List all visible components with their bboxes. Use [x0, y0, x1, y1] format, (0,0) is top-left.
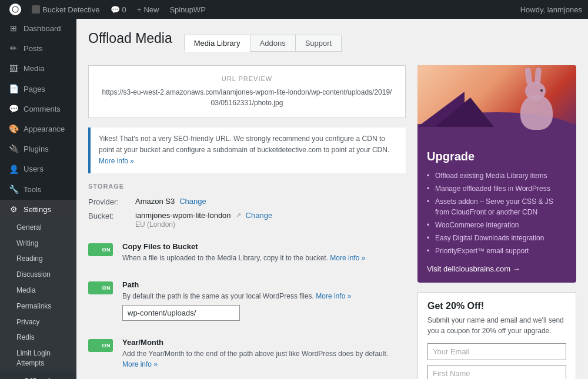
sidebar-item-settings[interactable]: ⚙Settings General Writing Reading Discus… — [0, 200, 76, 371]
pages-icon: 📄 — [8, 84, 19, 95]
appearance-icon: 🎨 — [8, 124, 19, 135]
provider-change-link[interactable]: Change — [179, 197, 206, 206]
upgrade-feature-1: Manage offloaded files in WordPress — [427, 182, 567, 195]
submenu-item-redis[interactable]: Redis — [0, 330, 76, 346]
plugins-icon: 🔌 — [8, 144, 19, 155]
users-icon: 👤 — [8, 164, 19, 175]
sidebar-item-plugins[interactable]: 🔌Plugins — [0, 139, 76, 159]
url-preview-label: URL PREVIEW — [101, 75, 393, 82]
upgrade-box: Upgrade Offload existing Media Library i… — [417, 65, 576, 283]
wp-logo[interactable] — [6, 4, 25, 15]
submenu-item-writing[interactable]: Writing — [0, 236, 76, 251]
sidebar-item-users[interactable]: 👤Users — [0, 159, 76, 179]
coupon-title: Get 20% Off! — [427, 301, 566, 311]
url-preview-box: URL PREVIEW https://s3-eu-west-2.amazona… — [88, 65, 406, 118]
submenu-item-discussion[interactable]: Discussion — [0, 267, 76, 283]
tab-support[interactable]: Support — [295, 35, 342, 52]
media-icon: 🖼 — [8, 63, 19, 74]
warning-text: Yikes! That's not a very SEO-friendly UR… — [99, 135, 389, 154]
provider-value: Amazon S3 — [135, 197, 175, 206]
upgrade-features-list: Offload existing Media Library items Man… — [427, 169, 567, 257]
posts-icon: ✏ — [8, 43, 19, 54]
sidebar-item-media[interactable]: 🖼Media — [0, 59, 76, 79]
year-month-toggle[interactable]: ON — [88, 339, 113, 352]
upgrade-illustration — [417, 65, 576, 142]
howdy-menu[interactable]: Howdy, ianmjones — [520, 5, 582, 14]
sidebar-item-comments[interactable]: 💬Comments — [0, 99, 76, 119]
copy-files-more-link[interactable]: More info » — [330, 254, 365, 262]
settings-icon: ⚙ — [8, 204, 19, 215]
path-title: Path — [122, 280, 406, 289]
page-title: Offload Media — [88, 31, 172, 46]
submenu-item-privacy[interactable]: Privacy — [0, 314, 76, 330]
bucket-region: EU (London) — [135, 220, 272, 229]
tab-addons[interactable]: Addons — [250, 35, 295, 52]
url-preview-url: https://s3-eu-west-2.amazonaws.com/ianmj… — [101, 87, 393, 108]
year-month-desc: Add the Year/Month to the end of the pat… — [122, 348, 406, 370]
external-link-icon: ↗ — [236, 212, 241, 219]
upgrade-title: Upgrade — [427, 150, 567, 163]
seo-warning: Yikes! That's not a very SEO-friendly UR… — [88, 128, 406, 173]
admin-sidebar: ⊞Dashboard ✏Posts 🖼Media 📄Pages 💬Comment… — [0, 19, 76, 379]
admin-bar: Bucket Detective 💬 0 + New SpinupWP Howd… — [0, 0, 588, 19]
bucket-row: Bucket: ianmjones-wpom-lite-london ↗ Cha… — [88, 211, 406, 229]
submenu-item-permalinks[interactable]: Permalinks — [0, 298, 76, 314]
main-menu: ⊞Dashboard ✏Posts 🖼Media 📄Pages 💬Comment… — [0, 19, 76, 379]
visit-deliciousbrains-link[interactable]: Visit deliciousbrains.com → — [427, 264, 567, 273]
sidebar-item-tools[interactable]: 🔧Tools — [0, 180, 76, 200]
tab-media-library[interactable]: Media Library — [184, 35, 250, 52]
right-sidebar: Upgrade Offload existing Media Library i… — [417, 65, 576, 379]
submenu-item-reading[interactable]: Reading — [0, 251, 76, 267]
tab-bar: Media Library Addons Support — [184, 35, 342, 52]
coupon-box: Get 20% Off! Submit your name and email … — [417, 292, 576, 379]
sidebar-item-appearance[interactable]: 🎨Appearance — [0, 119, 76, 139]
sidebar-item-posts[interactable]: ✏Posts — [0, 39, 76, 59]
comments-icon: 💬 — [8, 104, 19, 115]
submenu-item-media[interactable]: Media — [0, 283, 76, 298]
main-content: Offload Media Media Library Addons Suppo… — [76, 19, 588, 379]
new-content-link[interactable]: + New — [133, 5, 163, 14]
bucket-change-link[interactable]: Change — [246, 211, 273, 220]
settings-submenu: General Writing Reading Discussion Media… — [0, 220, 76, 371]
sidebar-item-offload-media[interactable]: ☁Offload Media — [0, 371, 76, 379]
path-setting: ON Path By default the path is the same … — [88, 271, 406, 329]
bucket-label: Bucket: — [88, 211, 135, 220]
submenu-item-general[interactable]: General — [0, 220, 76, 236]
year-month-setting: ON Year/Month Add the Year/Month to the … — [88, 329, 406, 378]
year-month-title: Year/Month — [122, 338, 406, 347]
copy-files-setting: ON Copy Files to Bucket When a file is u… — [88, 233, 406, 271]
upgrade-feature-4: Easy Digital Downloads integration — [427, 232, 567, 244]
coupon-firstname-input[interactable] — [427, 365, 566, 379]
upgrade-feature-5: PriorityExpert™ email support — [427, 244, 567, 257]
provider-label: Provider: — [88, 197, 135, 206]
bucket-value: ianmjones-wpom-lite-london — [135, 211, 231, 220]
comments-link[interactable]: 💬 0 — [107, 5, 130, 14]
coupon-email-input[interactable] — [427, 343, 566, 360]
spinupwp-link[interactable]: SpinupWP — [166, 5, 209, 14]
svg-point-0 — [12, 6, 19, 14]
upgrade-feature-3: WooCommerce integration — [427, 219, 567, 232]
storage-section: STORAGE Provider: Amazon S3 Change Bucke… — [88, 183, 406, 379]
dashboard-icon: ⊞ — [8, 24, 19, 34]
copy-files-title: Copy Files to Bucket — [122, 242, 406, 251]
provider-row: Provider: Amazon S3 Change — [88, 197, 406, 206]
year-month-more-link[interactable]: More info » — [122, 360, 158, 368]
path-toggle[interactable]: ON — [88, 281, 113, 294]
path-more-link[interactable]: More info » — [316, 292, 351, 300]
upgrade-feature-2: Assets addon – Serve your CSS & JS from … — [427, 195, 567, 219]
tools-icon: 🔧 — [8, 185, 19, 195]
sidebar-item-pages[interactable]: 📄Pages — [0, 79, 76, 99]
site-name[interactable]: Bucket Detective — [28, 5, 103, 14]
warning-more-link[interactable]: More info » — [99, 157, 134, 165]
upgrade-feature-0: Offload existing Media Library items — [427, 169, 567, 182]
copy-files-desc: When a file is uploaded to the Media Lib… — [122, 253, 406, 263]
path-input[interactable] — [122, 305, 240, 321]
path-desc: By default the path is the same as your … — [122, 291, 406, 301]
submenu-item-limit-login[interactable]: Limit Login Attempts — [0, 346, 76, 371]
sidebar-item-dashboard[interactable]: ⊞Dashboard — [0, 19, 76, 39]
storage-title: STORAGE — [88, 183, 406, 190]
copy-files-toggle[interactable]: ON — [88, 243, 113, 256]
coupon-desc: Submit your name and email and we'll sen… — [427, 315, 566, 336]
